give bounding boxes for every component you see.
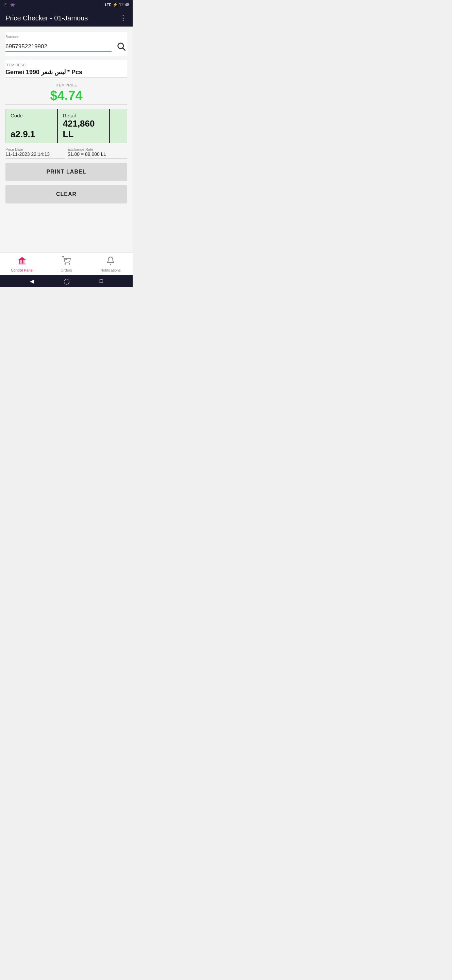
nav-item-notifications[interactable]: Notifications bbox=[89, 255, 133, 274]
retail-value: 421,860 LL bbox=[63, 118, 105, 140]
barcode-label: Barcode bbox=[5, 35, 127, 39]
svg-point-7 bbox=[65, 264, 66, 264]
price-date-cell: Price Date 11-11-2023 22:14:13 bbox=[5, 147, 65, 159]
item-price-section: ITEM PRICE $4.74 bbox=[5, 82, 127, 105]
barcode-row bbox=[5, 40, 127, 53]
app-bar: Price Checker - 01-Jamous ⋮ bbox=[0, 10, 133, 27]
svg-rect-5 bbox=[22, 260, 23, 264]
system-nav-bar: ◀ ◯ □ bbox=[0, 275, 133, 287]
search-icon bbox=[116, 41, 126, 51]
svg-rect-4 bbox=[21, 260, 21, 264]
code-cell: Code a2.9.1 bbox=[6, 109, 58, 143]
empty-cell bbox=[110, 109, 127, 143]
main-content: Barcode ITEM DESC Gemei 1990 ليس شعر * P… bbox=[0, 27, 133, 253]
exchange-rate-label: Exchange Rate bbox=[68, 147, 127, 151]
signal-icon: LTE bbox=[105, 3, 111, 7]
recents-button[interactable]: □ bbox=[100, 278, 103, 284]
spacer bbox=[5, 208, 127, 247]
print-label-button[interactable]: PRINT LABEL bbox=[5, 163, 127, 181]
bottom-navigation: Control Panel Orders Notifications bbox=[0, 253, 133, 275]
exchange-rate-value: $1.00 = 89,000 LL bbox=[68, 151, 127, 159]
nav-label-notifications: Notifications bbox=[100, 268, 121, 272]
orders-icon bbox=[62, 256, 71, 267]
notifications-icon bbox=[106, 256, 115, 267]
exchange-rate-cell: Exchange Rate $1.00 = 89,000 LL bbox=[68, 147, 127, 159]
item-desc-value: Gemei 1990 ليس شعر * Pcs bbox=[5, 68, 127, 76]
clear-button[interactable]: CLEAR bbox=[5, 185, 127, 204]
svg-rect-3 bbox=[19, 260, 20, 264]
svg-rect-2 bbox=[18, 264, 26, 264]
app-title: Price Checker - 01-Jamous bbox=[5, 14, 88, 22]
nav-label-control-panel: Control Panel bbox=[11, 268, 34, 272]
nav-item-orders[interactable]: Orders bbox=[44, 255, 89, 274]
svg-rect-6 bbox=[24, 260, 24, 264]
meta-row: Price Date 11-11-2023 22:14:13 Exchange … bbox=[5, 147, 127, 159]
home-button[interactable]: ◯ bbox=[63, 278, 70, 285]
control-panel-icon bbox=[18, 256, 27, 267]
retail-cell: Retail 421,860 LL bbox=[58, 109, 111, 143]
code-value: a2.9.1 bbox=[11, 129, 52, 140]
price-date-label: Price Date bbox=[5, 147, 65, 151]
item-desc-section: ITEM DESC Gemei 1990 ليس شعر * Pcs bbox=[5, 60, 127, 78]
time-display: 12:48 bbox=[119, 2, 129, 7]
status-left-icons: 📱 👾 bbox=[3, 3, 15, 7]
status-right-icons: LTE ⚡ 12:48 bbox=[105, 2, 129, 7]
svg-point-8 bbox=[69, 264, 70, 264]
more-options-button[interactable]: ⋮ bbox=[119, 14, 127, 22]
barcode-input[interactable] bbox=[5, 42, 111, 52]
price-grid: Code a2.9.1 Retail 421,860 LL bbox=[5, 109, 127, 143]
app-icon: 👾 bbox=[10, 3, 15, 7]
battery-icon: ⚡ bbox=[113, 2, 118, 7]
item-price-value: $4.74 bbox=[5, 89, 127, 103]
retail-label: Retail bbox=[63, 113, 105, 118]
barcode-section: Barcode bbox=[5, 32, 127, 56]
sim-icon: 📱 bbox=[3, 3, 8, 7]
nav-label-orders: Orders bbox=[60, 268, 72, 272]
price-date-value: 11-11-2023 22:14:13 bbox=[5, 151, 65, 159]
item-price-label: ITEM PRICE bbox=[5, 83, 127, 87]
back-button[interactable]: ◀ bbox=[30, 278, 34, 285]
code-label: Code bbox=[11, 113, 52, 118]
svg-line-1 bbox=[123, 48, 125, 50]
search-button[interactable] bbox=[115, 40, 127, 53]
status-bar: 📱 👾 LTE ⚡ 12:48 bbox=[0, 0, 133, 10]
nav-item-control-panel[interactable]: Control Panel bbox=[0, 255, 44, 274]
item-desc-label: ITEM DESC bbox=[5, 63, 127, 67]
